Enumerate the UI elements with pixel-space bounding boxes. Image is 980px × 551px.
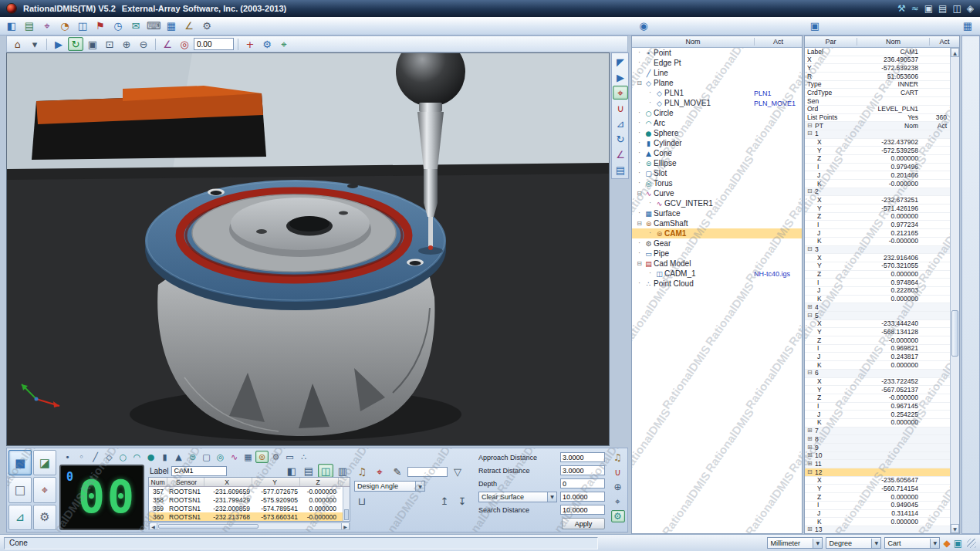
- tree-item-cylinder[interactable]: ·▮Cylinder: [632, 138, 802, 148]
- scroll-left-icon[interactable]: ◀: [149, 523, 157, 529]
- prop-row-k[interactable]: K-0.000000: [805, 180, 950, 188]
- prop-row-y[interactable]: Y-568.134128: [805, 328, 950, 336]
- prop-row-10[interactable]: ⊞10: [805, 452, 950, 461]
- prop-row-x[interactable]: X-233.722452: [805, 378, 950, 387]
- dock-panel-icon[interactable]: ▦: [960, 19, 975, 32]
- speaker-icon[interactable]: ♫: [354, 465, 370, 478]
- prop-row-j[interactable]: J0.212165: [805, 229, 950, 238]
- expander-icon[interactable]: ⊞: [807, 303, 815, 312]
- retract-distance-input[interactable]: [560, 465, 605, 475]
- prop-row-i[interactable]: I0.967145: [805, 403, 950, 411]
- expander-icon[interactable]: ⊞: [807, 444, 815, 452]
- slot-feature-icon[interactable]: ▢: [200, 451, 213, 463]
- settings-icon[interactable]: ⚙: [199, 19, 215, 33]
- select-icon[interactable]: ▶: [613, 70, 628, 84]
- offset-input[interactable]: [194, 38, 234, 50]
- crosshair-icon[interactable]: +: [242, 37, 258, 51]
- units-select[interactable]: Millimeter▼: [767, 537, 823, 549]
- expander-icon[interactable]: ⊞: [807, 460, 815, 468]
- prop-row-z[interactable]: Z0.000000: [805, 155, 950, 164]
- gauge-icon[interactable]: ◔: [57, 19, 73, 33]
- prop-row-j[interactable]: J0.222803: [805, 287, 950, 296]
- gear-feature-icon[interactable]: ⚙: [269, 451, 282, 463]
- expander-icon[interactable]: ⊟: [807, 312, 815, 320]
- prop-row-4[interactable]: ⊞4: [805, 303, 950, 312]
- tree-item-pln1[interactable]: ·◇PLN1PLN1: [632, 88, 802, 98]
- label-input[interactable]: [171, 466, 227, 476]
- tree-item-pipe[interactable]: ·▭Pipe: [632, 248, 802, 259]
- session-icon[interactable]: ◫: [952, 4, 961, 13]
- tree-item-plane[interactable]: ⊟◇Plane: [632, 78, 802, 88]
- probe-tool-button[interactable]: ⌖: [33, 477, 56, 502]
- orbit-rotate-icon[interactable]: ↻: [68, 37, 83, 51]
- prop-row-j[interactable]: J0.201466: [805, 171, 950, 180]
- prop-row-6[interactable]: ⊟6: [805, 370, 950, 378]
- arc-feature-icon[interactable]: ◠: [130, 451, 144, 463]
- zoom-window-icon[interactable]: ▣: [85, 37, 100, 51]
- cone-feature-icon[interactable]: ▲: [172, 451, 185, 463]
- expander-icon[interactable]: ⊟: [807, 130, 815, 138]
- probe-small-icon[interactable]: ⌖: [611, 495, 625, 508]
- scroll-down-icon[interactable]: ▼: [951, 524, 959, 533]
- expander-icon[interactable]: ⊟: [807, 188, 815, 196]
- tolerance-icon[interactable]: ∠: [181, 19, 197, 33]
- line-feature-icon[interactable]: ╱: [89, 451, 102, 463]
- prop-row-x[interactable]: X-232.673251: [805, 196, 950, 205]
- tree-item-gear[interactable]: ·⚙Gear: [632, 238, 802, 248]
- message-icon[interactable]: ✉: [128, 19, 144, 33]
- prop-row-8[interactable]: ⊞8: [805, 435, 950, 444]
- tree-item-sphere[interactable]: ·●Sphere: [632, 128, 802, 138]
- angle-units-select[interactable]: Degree▼: [826, 537, 881, 549]
- printer-icon[interactable]: ▤: [938, 4, 947, 13]
- scroll-thumb[interactable]: [951, 310, 958, 357]
- ellipse-feature-icon[interactable]: ⊜: [186, 451, 199, 463]
- sort-down-icon[interactable]: ↧: [455, 494, 470, 508]
- prop-row-pt[interactable]: ⊟PTNomAct: [805, 122, 950, 130]
- torus-feature-icon[interactable]: ◎: [214, 451, 227, 463]
- prop-row-crdtype[interactable]: CrdTypeCART: [805, 89, 950, 97]
- probe-manager-icon[interactable]: ⌖: [39, 19, 55, 33]
- report-icon[interactable]: ▦: [164, 19, 179, 33]
- measure-angle-icon[interactable]: ∠: [160, 37, 175, 51]
- clear-surface-select[interactable]: Clear Surface▼: [478, 492, 557, 502]
- prop-row-9[interactable]: ⊞9: [805, 444, 950, 452]
- tree-item-point-cloud[interactable]: ·∴Point Cloud: [632, 279, 802, 289]
- prop-row-y[interactable]: Y-572.539238: [805, 64, 950, 73]
- prop-row-j[interactable]: J0.254225: [805, 411, 950, 419]
- edit-icon[interactable]: ✎: [390, 465, 405, 478]
- table-row[interactable]: 360ROOTSN1-232.213768-573.660341-0.00000…: [149, 512, 350, 521]
- magnet-small-icon[interactable]: ∪: [611, 466, 625, 478]
- zoom-out-icon[interactable]: ⊖: [136, 37, 151, 51]
- settings-small-icon[interactable]: ⚙: [611, 510, 625, 522]
- expander-icon[interactable]: ⊟: [635, 220, 644, 227]
- prop-row-i[interactable]: I0.977234: [805, 221, 950, 229]
- zoom-fit-icon[interactable]: ⊡: [102, 37, 117, 51]
- machined-part[interactable]: [130, 180, 461, 441]
- tree-item-curve[interactable]: ⊟∿Curve: [632, 188, 802, 198]
- expander-icon[interactable]: ⊞: [807, 526, 815, 533]
- scroll-up-icon[interactable]: ▲: [951, 48, 959, 57]
- prop-row-j[interactable]: J0.314114: [805, 510, 950, 519]
- expander-icon[interactable]: ⊞: [807, 435, 815, 444]
- zoom-small-icon[interactable]: ⊕: [611, 481, 625, 493]
- prop-row-1[interactable]: ⊟1: [805, 130, 950, 139]
- prop-row-x[interactable]: X-233.444240: [805, 320, 950, 329]
- surface-feature-icon[interactable]: ▦: [242, 451, 255, 463]
- prop-row-z[interactable]: Z-0.000000: [805, 336, 950, 345]
- edge-point-icon[interactable]: ◦: [75, 451, 88, 463]
- clamp-icon[interactable]: ⊔: [354, 494, 370, 508]
- tree-item-camshaft[interactable]: ⊟⊚CamShaft: [632, 218, 802, 228]
- zoom-in-icon[interactable]: ⊕: [119, 37, 134, 51]
- circle-feature-icon[interactable]: ○: [117, 451, 130, 463]
- resize-grip[interactable]: [967, 539, 976, 548]
- table-hscrollbar[interactable]: ◀ ▶: [148, 522, 350, 530]
- tree-item-cam1[interactable]: ·⊚CAM1: [632, 228, 802, 238]
- filter-input[interactable]: [407, 467, 448, 477]
- prop-row-z[interactable]: Z0.000000: [805, 271, 950, 279]
- alignment-plane-button[interactable]: ◪: [33, 450, 56, 475]
- expander-icon[interactable]: ⊟: [807, 245, 815, 254]
- point-feature-icon[interactable]: •: [61, 451, 74, 463]
- axis-lock-icon[interactable]: ⊿: [613, 117, 628, 130]
- prop-row-k[interactable]: K0.000000: [805, 419, 950, 428]
- depth-input[interactable]: [560, 478, 605, 488]
